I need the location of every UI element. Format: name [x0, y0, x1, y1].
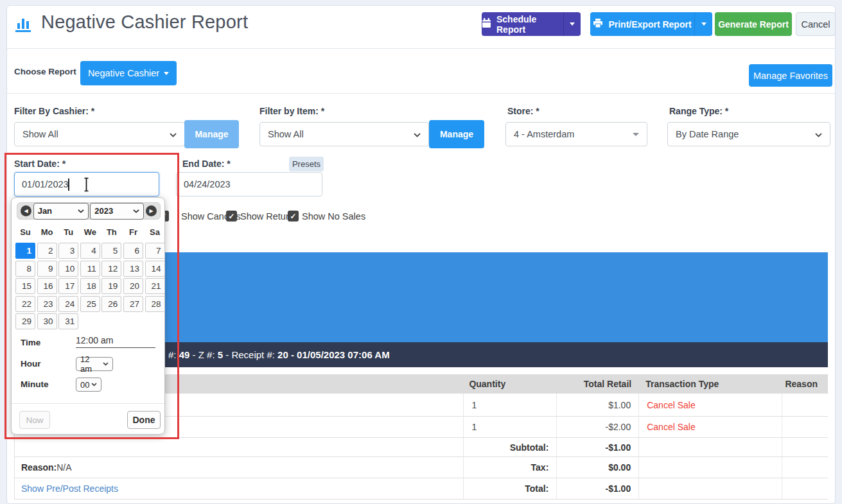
- header-divider: [7, 48, 835, 49]
- print-export-report-button[interactable]: Print/Export Report: [590, 12, 712, 36]
- quantity-cell: 1: [464, 394, 557, 417]
- item-description-cell: [15, 438, 464, 457]
- item-filter-select[interactable]: Show All: [259, 122, 429, 146]
- total-retail-cell: -$1.00: [557, 438, 639, 457]
- receipt-header-text: #: 49 - Z #: 5 - Receipt #: 20 - 01/05/2…: [168, 349, 390, 360]
- calendar-day-5[interactable]: 5: [101, 243, 121, 259]
- chevron-down-icon: [164, 72, 169, 75]
- cancel-button[interactable]: Cancel: [796, 12, 836, 36]
- calendar-day-10[interactable]: 10: [58, 261, 78, 277]
- quantity-cell: Subtotal:: [464, 438, 557, 457]
- calendar-day-21[interactable]: 21: [145, 278, 165, 294]
- end-date-input[interactable]: [176, 172, 322, 196]
- transaction-type-cell: [639, 478, 782, 500]
- calendar-day-28[interactable]: 28: [145, 296, 165, 312]
- presets-button[interactable]: Presets: [289, 157, 324, 171]
- receipt-header-segment: 49: [179, 349, 190, 360]
- calendar-day-23[interactable]: 23: [37, 296, 57, 312]
- weekday-label: We: [80, 227, 100, 237]
- triangle-down-icon: [633, 133, 639, 136]
- report-type-dropdown[interactable]: Negative Cashier: [80, 61, 177, 85]
- calendar-day-29[interactable]: 29: [15, 313, 35, 329]
- calendar-day-31[interactable]: 31: [58, 313, 78, 329]
- calendar-day-3[interactable]: 3: [58, 243, 78, 259]
- choose-report-label: Choose Report: [14, 67, 76, 76]
- time-input[interactable]: 12:00 am: [76, 335, 155, 348]
- minute-select[interactable]: 00: [76, 378, 101, 392]
- filter-by-cashier-label: Filter By Cashier: *: [14, 106, 94, 116]
- cashier-filter-select[interactable]: Show All: [14, 122, 185, 146]
- calendar-day-1[interactable]: 1: [15, 243, 35, 259]
- chevron-down-icon: [170, 129, 177, 139]
- calendar-day-26[interactable]: 26: [101, 296, 121, 312]
- show-pre-post-receipts-link[interactable]: Show Pre/Post Receipts: [21, 483, 118, 494]
- now-button[interactable]: Now: [19, 411, 50, 429]
- calendar-day-20[interactable]: 20: [123, 278, 143, 294]
- calendar-day-8[interactable]: 8: [15, 261, 35, 277]
- time-label: Time: [21, 338, 40, 347]
- item-filter-value: Show All: [268, 129, 304, 139]
- next-month-icon[interactable]: ▶: [146, 205, 157, 216]
- calendar-day-13[interactable]: 13: [123, 261, 143, 277]
- table-header-quantity: Quantity: [464, 374, 557, 394]
- store-value: 4 - Amsterdam: [514, 129, 574, 139]
- calendar-day-16[interactable]: 16: [37, 278, 57, 294]
- table-row: Reason: N/ATax:$0.00: [15, 457, 828, 478]
- manage-item-button[interactable]: Manage: [429, 120, 484, 148]
- schedule-report-dropdown[interactable]: [563, 12, 581, 36]
- done-button[interactable]: Done: [127, 411, 161, 429]
- reason-cell: [782, 457, 828, 478]
- receipt-header-segment: 5: [218, 349, 223, 360]
- print-export-dropdown[interactable]: [694, 12, 712, 36]
- calendar-day-18[interactable]: 18: [80, 278, 100, 294]
- range-type-value: By Date Range: [676, 129, 739, 139]
- show-returns-checkbox[interactable]: ✓: [226, 211, 237, 222]
- manage-favorites-button[interactable]: Manage Favorites: [749, 64, 832, 87]
- table-row: Subtotal:-$1.00: [15, 438, 828, 457]
- show-no-sales-checkbox[interactable]: ✓: [288, 211, 299, 222]
- calendar-day-24[interactable]: 24: [58, 296, 78, 312]
- page-title: Negative Cashier Report: [41, 12, 248, 33]
- month-select[interactable]: Jan: [33, 203, 89, 220]
- text-cursor: [68, 178, 69, 191]
- calendar-day-6[interactable]: 6: [123, 243, 143, 259]
- prev-month-icon[interactable]: ◀: [21, 205, 31, 216]
- calendar-day-15[interactable]: 15: [15, 278, 35, 294]
- calendar-day-4[interactable]: 4: [80, 243, 100, 259]
- generate-report-button[interactable]: Generate Report: [715, 12, 792, 36]
- reason-cell: [782, 417, 828, 438]
- calendar-day-19[interactable]: 19: [101, 278, 121, 294]
- calendar-day-17[interactable]: 17: [58, 278, 78, 294]
- year-select[interactable]: 2023: [90, 203, 144, 220]
- calendar-day-12[interactable]: 12: [101, 261, 121, 277]
- chevron-down-icon: [414, 129, 421, 139]
- weekday-label: Mo: [37, 227, 57, 237]
- quantity-cell: Tax:: [464, 457, 557, 478]
- schedule-report-button[interactable]: Schedule Report: [482, 12, 581, 36]
- store-select[interactable]: 4 - Amsterdam: [505, 122, 647, 146]
- minute-label: Minute: [21, 379, 49, 389]
- weekday-label: Tu: [58, 227, 78, 237]
- report-type-label: Negative Cashier: [88, 68, 159, 78]
- calendar-day-7[interactable]: 7: [145, 243, 165, 259]
- reason-cell: [782, 478, 828, 500]
- calendar-day-11[interactable]: 11: [80, 261, 100, 277]
- manage-cashier-button[interactable]: Manage: [184, 120, 239, 148]
- hour-select[interactable]: 12 am: [76, 357, 113, 371]
- start-date-input[interactable]: [14, 172, 159, 196]
- calendar-day-14[interactable]: 14: [145, 261, 165, 277]
- calendar-day-22[interactable]: 22: [15, 296, 35, 312]
- calendar-day-30[interactable]: 30: [37, 313, 57, 329]
- month-value: Jan: [38, 206, 52, 216]
- calendar-day-9[interactable]: 9: [37, 261, 57, 277]
- calendar-day-2[interactable]: 2: [37, 243, 57, 259]
- range-type-select[interactable]: By Date Range: [667, 122, 830, 146]
- hour-label: Hour: [21, 359, 41, 369]
- calendar-divider: [12, 403, 164, 404]
- receipt-header-segment: 20 - 01/05/2023 07:06 AM: [277, 349, 390, 360]
- receipt-header-segment: - Z #:: [189, 349, 217, 360]
- printer-icon: [593, 18, 603, 30]
- calendar-icon: [482, 18, 491, 30]
- calendar-day-25[interactable]: 25: [80, 296, 100, 312]
- calendar-day-27[interactable]: 27: [123, 296, 143, 312]
